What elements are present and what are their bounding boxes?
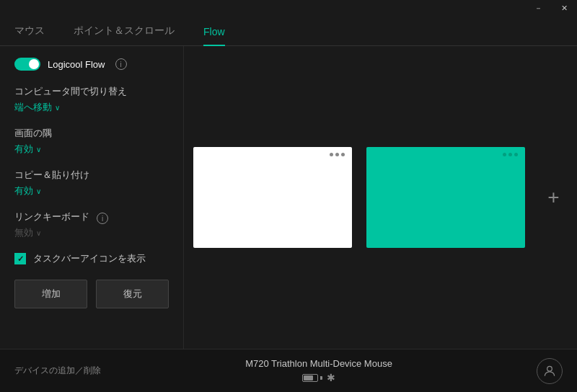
screen-corner-value[interactable]: 有効: [14, 143, 169, 156]
tabbar: マウス ポイント＆スクロール Flow: [0, 0, 577, 46]
main-content: Logicool Flow i コンピュータ間で切り替え 端へ移動 画面の隅 有…: [0, 46, 577, 349]
logicool-flow-toggle-row: Logicool Flow i: [14, 58, 169, 71]
dot-5: [508, 153, 512, 156]
device-info: M720 Triathlon Multi-Device Mouse ✱: [245, 358, 392, 383]
dot-3: [341, 153, 345, 156]
device-name: M720 Triathlon Multi-Device Mouse: [245, 358, 392, 369]
computer-switch-group: コンピュータ間で切り替え 端へ移動: [14, 85, 169, 114]
device-icons: ✱: [245, 372, 392, 383]
panel-2-dots: [503, 153, 518, 156]
tab-point-scroll[interactable]: ポイント＆スクロール: [74, 17, 175, 46]
taskbar-checkbox[interactable]: [14, 253, 26, 264]
computer-panel-1[interactable]: [193, 147, 352, 248]
add-button[interactable]: 増加: [14, 280, 87, 308]
svg-point-0: [547, 366, 552, 371]
taskbar-checkbox-label: タスクバーアイコンを表示: [33, 252, 146, 265]
sidebar: Logicool Flow i コンピュータ間で切り替え 端へ移動 画面の隅 有…: [0, 46, 184, 349]
computer-switch-value[interactable]: 端へ移動: [14, 101, 169, 114]
computer-switch-title: コンピュータ間で切り替え: [14, 85, 169, 98]
link-keyboard-info-icon[interactable]: i: [97, 213, 108, 224]
add-computer-button[interactable]: +: [539, 183, 568, 212]
screen-corner-title: 画面の隅: [14, 127, 169, 140]
dot-2: [335, 153, 339, 156]
copy-paste-value[interactable]: 有効: [14, 184, 169, 197]
minimize-button[interactable]: －: [525, 0, 551, 16]
screen-corner-group: 画面の隅 有効: [14, 127, 169, 156]
button-row: 増加 復元: [14, 280, 169, 308]
tab-mouse[interactable]: マウス: [14, 17, 45, 46]
battery-tip: [320, 376, 322, 380]
link-keyboard-title: リンクキーボード: [14, 210, 89, 223]
user-account-button[interactable]: [537, 358, 563, 384]
battery-fill: [304, 375, 313, 380]
dot-4: [503, 153, 506, 156]
device-add-remove-link[interactable]: デバイスの追加／削除: [14, 365, 101, 377]
computer-panel-2[interactable]: [366, 147, 525, 248]
close-button[interactable]: ✕: [551, 0, 577, 16]
content-area: +: [184, 46, 577, 349]
titlebar: － ✕: [525, 0, 577, 16]
copy-paste-title: コピー＆貼り付け: [14, 169, 169, 182]
link-keyboard-value[interactable]: 無効: [14, 226, 169, 239]
logicool-flow-toggle[interactable]: [14, 58, 40, 71]
restore-button[interactable]: 復元: [96, 280, 169, 308]
taskbar-checkbox-row: タスクバーアイコンを表示: [14, 252, 169, 265]
logicool-flow-label: Logicool Flow: [48, 59, 105, 70]
copy-paste-group: コピー＆貼り付け 有効: [14, 169, 169, 197]
bottombar: デバイスの追加／削除 M720 Triathlon Multi-Device M…: [0, 349, 577, 392]
link-keyboard-row: リンクキーボード i: [14, 210, 169, 226]
flow-info-icon[interactable]: i: [115, 58, 127, 70]
link-keyboard-group: リンクキーボード i 無効: [14, 210, 169, 239]
bluetooth-icon: ✱: [327, 372, 335, 383]
battery-icon: [302, 374, 322, 382]
dot-6: [514, 153, 518, 156]
dot-1: [330, 153, 333, 156]
battery-body: [302, 374, 318, 382]
tab-flow[interactable]: Flow: [203, 19, 225, 46]
panel-1-dots: [330, 153, 345, 156]
